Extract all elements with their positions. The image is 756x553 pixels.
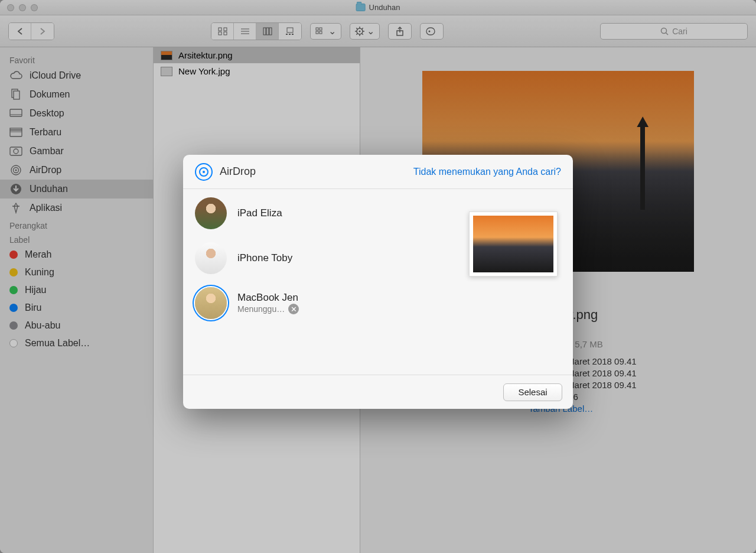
recipient-list: iPad Eliza iPhone Toby MacBook Jen Menun… (195, 197, 299, 366)
recipient-name: iPad Eliza (237, 207, 282, 219)
airdrop-sheet: AirDrop Tidak menemukan yang Anda cari? … (183, 155, 573, 409)
recipient-status: Menunggu… (237, 304, 285, 314)
recipient-name: iPhone Toby (237, 252, 292, 264)
airdrop-icon (195, 163, 213, 181)
avatar-icon (195, 287, 227, 319)
sheet-footer: Selesai (183, 375, 573, 409)
done-button[interactable]: Selesai (503, 383, 562, 401)
sheet-body: iPad Eliza iPhone Toby MacBook Jen Menun… (183, 189, 573, 375)
sheet-title: AirDrop (220, 165, 256, 178)
avatar-icon (195, 197, 227, 229)
recipient[interactable]: MacBook Jen Menunggu… ✕ (195, 287, 299, 319)
recipient[interactable]: iPhone Toby (195, 242, 299, 274)
recipient-name: MacBook Jen (237, 292, 299, 304)
sheet-header: AirDrop Tidak menemukan yang Anda cari? (183, 155, 573, 189)
recipient[interactable]: iPad Eliza (195, 197, 299, 229)
avatar-icon (195, 242, 227, 274)
cancel-send-icon[interactable]: ✕ (288, 304, 299, 314)
sheet-preview-thumb (469, 212, 558, 276)
help-link[interactable]: Tidak menemukan yang Anda cari? (413, 167, 561, 177)
